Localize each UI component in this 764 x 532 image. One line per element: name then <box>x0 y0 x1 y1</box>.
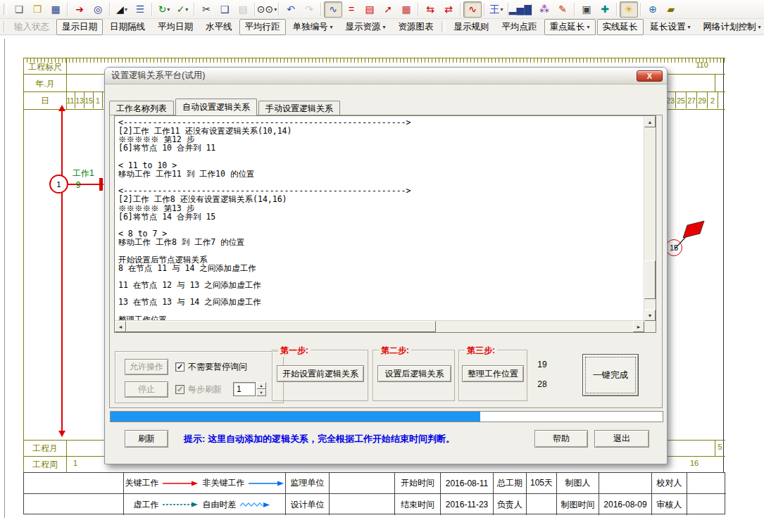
btn-extend-settings[interactable]: 延长设置▾ <box>645 19 696 35</box>
vertical-scrollbar[interactable]: ▲ ▼ <box>644 116 656 321</box>
save-icon[interactable]: ▦ <box>46 1 65 18</box>
refresh-button[interactable]: 刷新 <box>125 430 168 448</box>
dropdown-arrow-icon[interactable]: ▾ <box>383 24 386 30</box>
btn-average-point-spacing[interactable]: 平均点距 <box>496 19 543 35</box>
dropdown-arrow-icon[interactable]: ▾ <box>274 6 277 13</box>
black-triangle-icon: ◢ <box>116 4 124 14</box>
spin-down-button[interactable]: ▼ <box>256 389 266 396</box>
main-toolbar: ❏❐▦➔◎◢▾☰↻▾✓▾✂❑▤⊙⊙▾↶↷∿=▤➚▦⇆⇄∿王▾▂▅▇⁂✎▣✚☀⊕▰ <box>0 0 764 19</box>
set-pre-logic-button[interactable]: 开始设置前逻辑关系 <box>277 365 364 382</box>
btn-show-date[interactable]: 显示日期 <box>56 19 103 35</box>
undo-icon[interactable]: ↶ <box>282 1 300 18</box>
scroll-right-button[interactable]: ► <box>633 321 644 332</box>
btn-average-row-spacing[interactable]: 平均行距 <box>239 19 286 35</box>
check-dotted-icon[interactable]: ✓▾ <box>173 1 192 18</box>
tab-work-name-list[interactable]: 工作名称列表 <box>109 101 174 115</box>
tab-auto-logic[interactable]: 自动设置逻辑关系 <box>175 99 257 115</box>
lightbulb-icon[interactable]: ☀ <box>620 1 638 18</box>
scroll-left-button[interactable]: ◄ <box>115 321 126 332</box>
dropdown-arrow-icon[interactable]: ▾ <box>688 24 691 30</box>
toolbar-separator <box>640 3 641 16</box>
legend-row-1: 关键工作 非关键工作 <box>124 473 286 494</box>
open-file-icon[interactable]: ❐ <box>28 1 46 18</box>
manager-label: 负责人 <box>494 494 527 515</box>
dropdown-arrow-icon[interactable]: ▾ <box>758 24 761 30</box>
red-box-lines-icon[interactable]: ▤ <box>361 1 379 18</box>
globe-icon[interactable]: ⊕ <box>644 1 662 18</box>
red-blue-grid-icon[interactable]: ▦ <box>397 1 415 18</box>
refresh-icon[interactable]: ↻▾ <box>155 1 173 18</box>
checkbox-checked-icon[interactable]: ✓ <box>175 362 184 372</box>
btn-network-plan-control[interactable]: 网络计划控制▾ <box>698 19 764 35</box>
plus-cross-icon[interactable]: ✚ <box>596 1 614 18</box>
btn-resource-chart[interactable]: 资源图表 <box>393 19 439 35</box>
btn-average-date[interactable]: 平均日期 <box>152 19 199 35</box>
copy-icon[interactable]: ❑ <box>215 1 234 18</box>
dropdown-arrow-icon[interactable]: ▾ <box>125 6 127 13</box>
black-triangle-icon[interactable]: ◢▾ <box>113 1 131 18</box>
horizontal-scroll-thumb[interactable] <box>126 321 436 332</box>
close-button[interactable]: X <box>637 70 663 82</box>
edit-pen-icon[interactable]: ✎ <box>553 1 572 18</box>
cut-icon[interactable]: ✂ <box>197 1 215 18</box>
average-line-icon[interactable]: 王▾ <box>487 1 506 18</box>
application-window: ❏❐▦➔◎◢▾☰↻▾✓▾✂❑▤⊙⊙▾↶↷∿=▤➚▦⇆⇄∿王▾▂▅▇⁂✎▣✚☀⊕▰… <box>0 0 764 532</box>
no-pause-checkbox-row[interactable]: ✓ 不需要暂停询问 <box>175 361 247 373</box>
tidy-work-position-button[interactable]: 整理工作位置 <box>462 365 524 382</box>
logic-curve-icon[interactable]: ∿ <box>324 1 342 18</box>
red-dash-icon[interactable]: = <box>342 1 361 18</box>
bar-chart-icon[interactable]: ▂▅▇ <box>511 1 530 18</box>
dropdown-arrow-icon[interactable]: ▾ <box>167 6 170 13</box>
save-export-icon[interactable]: ➔ <box>70 1 89 18</box>
dropdown-arrow-icon[interactable]: ▾ <box>587 24 590 30</box>
exit-button[interactable]: 退出 <box>594 430 649 448</box>
btn-individual-number[interactable]: 单独编号▾ <box>287 19 339 35</box>
line-levels-icon[interactable]: ☰ <box>131 1 149 18</box>
btn-solid-extend-label: 实线延长 <box>603 21 638 33</box>
scroll-down-button[interactable]: ▼ <box>644 310 656 321</box>
dropdown-arrow-icon[interactable]: ▾ <box>500 6 503 13</box>
one-key-complete-button[interactable]: 一键完成 <box>582 354 639 396</box>
help-button[interactable]: 帮助 <box>534 430 588 448</box>
folder-briefcase-icon[interactable]: ▰ <box>662 1 680 18</box>
network-node-15[interactable]: 15 <box>665 239 682 256</box>
tab-manual-logic[interactable]: 手动设置逻辑关系 <box>258 101 340 115</box>
btn-horizontal-line[interactable]: 水平线 <box>200 19 238 35</box>
spacing-vertical-icon[interactable]: ⇄ <box>439 1 458 18</box>
work-arrow-tick <box>99 178 103 191</box>
btn-show-resource[interactable]: 显示资源▾ <box>340 19 392 35</box>
spacing-horizontal-icon[interactable]: ⇆ <box>421 1 439 18</box>
scroll-up-button[interactable]: ▲ <box>644 116 656 127</box>
secondary-toolbar: 输入状态显示日期日期隔线平均日期水平线平均行距单独编号▾显示资源▾资源图表显示规… <box>0 19 764 35</box>
btn-date-gridline[interactable]: 日期隔线 <box>104 19 151 35</box>
year-month-row-label: 年.月 <box>25 78 65 90</box>
print-preview-icon[interactable]: ◎ <box>89 1 107 18</box>
btn-extend-settings-label: 延长设置 <box>651 21 686 33</box>
scatter-color-icon[interactable]: ⁂ <box>535 1 553 18</box>
curve-grid-icon[interactable]: ∿ <box>463 1 482 18</box>
set-post-logic-button[interactable]: 设置后逻辑关系 <box>377 365 451 382</box>
btn-show-rules[interactable]: 显示规则 <box>449 19 495 35</box>
dropdown-arrow-icon[interactable]: ▾ <box>330 24 333 30</box>
grid-line <box>66 440 67 472</box>
no-pause-checkbox-label: 不需要暂停询问 <box>188 361 247 373</box>
drafter-label: 制图人 <box>557 473 599 494</box>
btn-average-point-spacing-label: 平均点距 <box>502 21 537 33</box>
network-node-1[interactable]: 1 <box>49 175 68 194</box>
log-line: 移动工作 工作8 到 工作7 的位置 <box>118 238 644 246</box>
spin-up-button[interactable]: ▲ <box>256 382 266 389</box>
new-file-icon[interactable]: ❏ <box>10 1 28 18</box>
btn-key-extend[interactable]: 重点延长▾ <box>544 19 596 35</box>
refresh-step-input[interactable]: 1 <box>233 382 256 396</box>
notebook-icon[interactable]: ▣ <box>577 1 596 18</box>
dialog-titlebar[interactable]: 设置逻辑关系平台(试用) <box>105 68 667 84</box>
dropdown-arrow-icon[interactable]: ▾ <box>185 6 188 13</box>
find-binoculars-icon[interactable]: ⊙⊙▾ <box>258 1 276 18</box>
red-dash-icon: = <box>349 4 354 14</box>
log-line: 开始设置后节点逻辑关系 <box>118 255 644 264</box>
btn-solid-extend[interactable]: 实线延长 <box>597 19 644 35</box>
red-curve-icon[interactable]: ➚ <box>379 1 397 18</box>
vertical-scroll-thumb[interactable] <box>644 260 656 299</box>
horizontal-scrollbar[interactable]: ◄ ► <box>115 320 644 332</box>
auto-logic-log-area[interactable]: <---------------------------------------… <box>114 115 656 333</box>
